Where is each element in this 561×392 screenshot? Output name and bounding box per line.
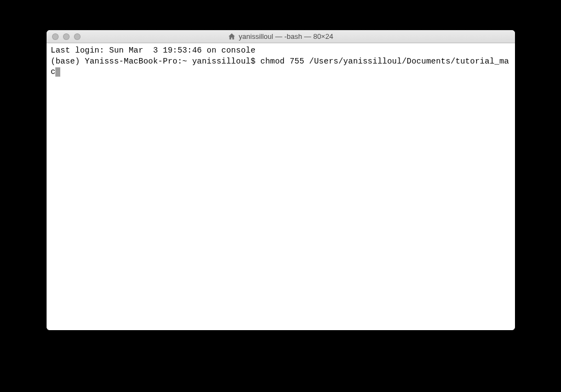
window-title: yanissilloul — -bash — 80×24 bbox=[239, 32, 333, 41]
minimize-button[interactable] bbox=[63, 33, 70, 40]
window-title-wrap: yanissilloul — -bash — 80×24 bbox=[47, 32, 515, 41]
traffic-lights bbox=[47, 33, 81, 40]
terminal-prompt: (base) Yanisss-MacBook-Pro:~ yanissillou… bbox=[51, 57, 261, 66]
terminal-output-line: Last login: Sun Mar 3 19:53:46 on consol… bbox=[51, 45, 511, 56]
terminal-body[interactable]: Last login: Sun Mar 3 19:53:46 on consol… bbox=[47, 43, 515, 330]
maximize-button[interactable] bbox=[74, 33, 81, 40]
terminal-window: yanissilloul — -bash — 80×24 Last login:… bbox=[47, 30, 515, 330]
home-icon bbox=[228, 33, 236, 41]
close-button[interactable] bbox=[52, 33, 59, 40]
terminal-cursor bbox=[55, 67, 60, 77]
window-titlebar[interactable]: yanissilloul — -bash — 80×24 bbox=[47, 30, 515, 43]
